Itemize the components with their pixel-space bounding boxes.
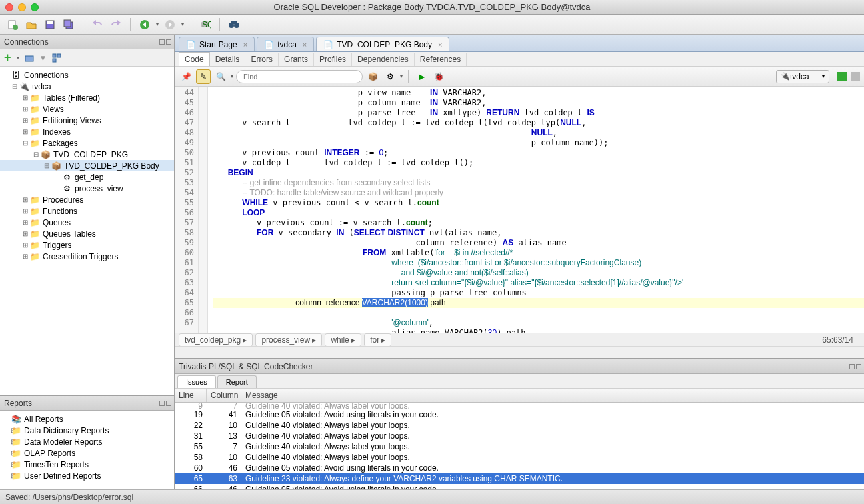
reports-tree[interactable]: 📚All Reports⊞📁Data Dictionary Reports⊞📁D…: [0, 411, 174, 489]
tree-label[interactable]: tvdca: [32, 82, 51, 91]
close-tab-icon[interactable]: ×: [303, 41, 307, 49]
tree-label[interactable]: TVD_COLDEP_PKG Body: [64, 161, 159, 171]
sql-icon[interactable]: SQL: [198, 17, 213, 32]
tree-label[interactable]: Procedures: [43, 195, 83, 205]
sub-tab[interactable]: References: [415, 53, 467, 66]
horizontal-scrollbar[interactable]: [175, 346, 864, 358]
checker-tab[interactable]: Report: [217, 375, 257, 388]
expand-icon[interactable]: ⊟: [32, 151, 40, 158]
expand-icon[interactable]: ⊟: [11, 83, 19, 90]
add-connection-icon[interactable]: +: [4, 51, 11, 65]
expand-icon[interactable]: ⊞: [21, 117, 29, 124]
tree-label[interactable]: Views: [43, 105, 64, 114]
tree-label[interactable]: TVD_COLDEP_PKG: [53, 150, 128, 159]
refresh-tree-icon[interactable]: [52, 53, 61, 63]
expand-icon[interactable]: ⊞: [21, 196, 29, 203]
find-input[interactable]: [236, 70, 363, 83]
issues-list[interactable]: 97Guideline 40 violated: Always label yo…: [175, 403, 864, 489]
redo-icon[interactable]: [109, 17, 123, 32]
tns-icon[interactable]: [25, 53, 34, 63]
report-item[interactable]: 📚All Reports: [0, 413, 174, 425]
file-tab[interactable]: 📄TVD_COLDEP_PKG Body×: [316, 37, 449, 51]
tree-label[interactable]: Crossedition Triggers: [43, 252, 118, 261]
report-item[interactable]: ⊞📁User Defined Reports: [0, 470, 174, 481]
issue-row[interactable]: 6646Guideline 05 violated: Avoid using l…: [175, 484, 864, 489]
tree-label[interactable]: Queues: [43, 218, 71, 227]
expand-icon[interactable]: ⊞: [21, 253, 29, 260]
connection-label: tvdca: [790, 72, 809, 81]
expand-icon[interactable]: ⊟: [43, 162, 51, 169]
column-header-line[interactable]: Line: [175, 389, 207, 402]
restore-icon[interactable]: [166, 401, 171, 406]
forward-icon[interactable]: [163, 17, 177, 32]
report-item[interactable]: ⊞📁Data Dictionary Reports: [0, 425, 174, 436]
code-editor[interactable]: 4445464748495051525354555657585960616263…: [175, 87, 864, 333]
tree-label[interactable]: Connections: [24, 71, 69, 80]
sub-tab[interactable]: Profiles: [314, 53, 352, 66]
filter-icon[interactable]: ▼: [39, 53, 47, 63]
pin-icon[interactable]: 📌: [179, 69, 193, 84]
svg-rect-5: [64, 20, 71, 27]
expand-icon[interactable]: ⊞: [21, 128, 29, 135]
back-icon[interactable]: [137, 17, 152, 32]
file-tab[interactable]: 📄tvdca×: [257, 37, 314, 51]
expand-icon[interactable]: ⊟: [21, 139, 29, 147]
run-icon[interactable]: ▶: [414, 69, 429, 84]
close-tab-icon[interactable]: ×: [438, 41, 442, 49]
breadcrumb-item[interactable]: tvd_coldep_pkg ▸: [179, 333, 253, 347]
tree-label[interactable]: Queues Tables: [43, 229, 96, 239]
sub-tab[interactable]: Dependencies: [352, 53, 415, 66]
minimize-icon[interactable]: [849, 364, 855, 369]
save-icon[interactable]: [43, 17, 57, 32]
binoculars-icon[interactable]: [227, 17, 241, 32]
file-tab[interactable]: 📄Start Page×: [179, 37, 255, 51]
report-item[interactable]: ⊞📁OLAP Reports: [0, 447, 174, 459]
column-header-message[interactable]: Message: [241, 389, 864, 402]
expand-icon[interactable]: ⊞: [21, 207, 29, 215]
gear-icon[interactable]: ⚙: [383, 69, 397, 84]
tree-label[interactable]: Functions: [43, 207, 77, 216]
report-item[interactable]: ⊞📁TimesTen Reports: [0, 459, 174, 470]
tree-label[interactable]: get_dep: [75, 173, 103, 182]
column-header-column[interactable]: Column: [207, 389, 241, 402]
restore-icon[interactable]: [856, 364, 861, 369]
debug-icon[interactable]: 🐞: [431, 69, 446, 84]
fold-gutter[interactable]: [199, 87, 208, 333]
expand-icon[interactable]: ⊞: [21, 241, 29, 249]
tree-label[interactable]: Indexes: [43, 127, 71, 137]
connection-selector[interactable]: 🔌 tvdca ▾: [776, 70, 829, 83]
tree-label[interactable]: process_view: [75, 184, 123, 193]
sub-tab[interactable]: Grants: [279, 53, 314, 66]
code-content[interactable]: p_view_name IN VARCHAR2, p_column_name I…: [208, 87, 864, 333]
line-gutter: 4445464748495051525354555657585960616263…: [175, 87, 199, 333]
expand-icon[interactable]: ⊞: [21, 230, 29, 237]
connections-tree[interactable]: 🗄Connections ⊟🔌tvdca ⊞📁Tables (Filtered)…: [0, 67, 174, 395]
minimize-icon[interactable]: [159, 39, 165, 45]
sub-tab[interactable]: Details: [210, 53, 246, 66]
tree-label[interactable]: Triggers: [43, 241, 72, 250]
main-toolbar: ▾ ▾ SQL: [0, 15, 864, 35]
new-icon[interactable]: [5, 17, 20, 32]
sub-tab[interactable]: Code: [179, 52, 210, 66]
package-icon[interactable]: 📦: [365, 69, 380, 84]
expand-icon[interactable]: ⊞: [21, 105, 29, 113]
sub-tab[interactable]: Errors: [245, 53, 279, 66]
edit-icon[interactable]: ✎: [196, 69, 211, 84]
undo-icon[interactable]: [90, 17, 105, 32]
open-icon[interactable]: [24, 17, 39, 32]
tree-label[interactable]: Editioning Views: [43, 116, 101, 125]
save-all-icon[interactable]: [61, 17, 76, 32]
report-item[interactable]: ⊞📁Data Modeler Reports: [0, 436, 174, 447]
minimize-icon[interactable]: [159, 401, 165, 406]
breadcrumb-item[interactable]: process_view ▸: [255, 333, 322, 347]
refresh-icon[interactable]: 🔍: [213, 69, 228, 84]
expand-icon[interactable]: ⊞: [21, 219, 29, 226]
restore-icon[interactable]: [166, 39, 171, 45]
tree-label[interactable]: Packages: [43, 139, 78, 148]
close-tab-icon[interactable]: ×: [243, 41, 247, 49]
breadcrumb-item[interactable]: while ▸: [325, 333, 361, 347]
expand-icon[interactable]: ⊞: [21, 94, 29, 101]
tree-label[interactable]: Tables (Filtered): [43, 93, 100, 103]
breadcrumb-item[interactable]: for ▸: [364, 333, 391, 347]
checker-tab[interactable]: Issues: [177, 375, 216, 388]
